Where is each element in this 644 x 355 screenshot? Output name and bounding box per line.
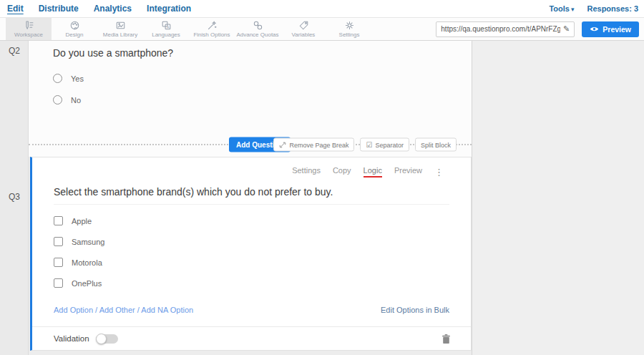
option-label: Samsung — [72, 238, 104, 246]
option-label: Motorola — [72, 258, 102, 267]
checkbox-option-samsung[interactable]: Samsung — [54, 237, 471, 246]
toolbar-item-languages[interactable]: A Languages — [143, 18, 189, 40]
nav-item-analytics[interactable]: Analytics — [93, 2, 132, 15]
question-card-q2[interactable]: Do you use a smartphone? Yes No — [29, 41, 472, 144]
remove-page-break-button[interactable]: Remove Page Break — [273, 138, 354, 152]
survey-url-box: ✎ — [436, 21, 575, 37]
validation-toggle[interactable] — [97, 334, 118, 344]
responses-count-link[interactable]: Responses: 3 — [587, 4, 638, 13]
toolbar-item-label: Media Library — [103, 31, 137, 38]
toolbar-item-finish-options[interactable]: Finish Options — [189, 18, 235, 40]
nav-item-integration[interactable]: Integration — [146, 2, 192, 15]
edit-toolbar: Workspace Design Media Library A Languag… — [0, 18, 644, 41]
insert-question-bar: Add Question Remove Page Break ☑ Separat… — [29, 144, 472, 145]
checkbox-icon[interactable] — [54, 258, 63, 267]
action-copy[interactable]: Copy — [333, 166, 351, 175]
toggle-knob[interactable] — [96, 334, 107, 344]
pencil-icon[interactable]: ✎ — [563, 24, 570, 34]
question-number-gutter: Q2 Q3 — [0, 41, 29, 355]
trash-icon[interactable] — [441, 334, 451, 344]
question-footer: Validation — [32, 326, 471, 350]
checkbox-icon[interactable] — [54, 216, 63, 225]
caret-down-icon: ▾ — [571, 6, 575, 13]
image-icon — [115, 20, 126, 31]
action-preview[interactable]: Preview — [394, 166, 422, 175]
add-option-links: Add Option / Add Other / Add NA Option — [54, 306, 193, 314]
radio-option-no[interactable]: No — [53, 95, 457, 104]
edit-options-in-bulk-link[interactable]: Edit Options in Bulk — [381, 306, 449, 314]
questions-column: Do you use a smartphone? Yes No Add Ques… — [29, 41, 472, 355]
question-actions-row: Settings Copy Logic Preview ⋮ — [32, 166, 444, 178]
toolbar-item-workspace[interactable]: Workspace — [6, 18, 52, 40]
nav-item-edit[interactable]: Edit — [6, 2, 24, 15]
workspace-main: Q2 Q3 Do you use a smartphone? Yes No Ad… — [0, 41, 644, 355]
svg-text:A: A — [167, 25, 170, 29]
toolbar-item-label: Workspace — [14, 31, 43, 38]
checkbox-option-oneplus[interactable]: OnePlus — [54, 278, 471, 288]
question-number-q2: Q2 — [9, 46, 20, 56]
checkbox-option-apple[interactable]: Apple — [54, 216, 471, 225]
add-other-link[interactable]: Add Other — [99, 306, 135, 314]
add-na-option-link[interactable]: Add NA Option — [141, 306, 193, 314]
toolbar-item-label: Design — [66, 31, 84, 38]
question-card-q3-selected: Settings Copy Logic Preview ⋮ Select the… — [30, 157, 472, 351]
checkbox-icon[interactable] — [54, 278, 63, 288]
option-label: No — [71, 96, 81, 104]
add-option-link[interactable]: Add Option — [54, 306, 93, 314]
preview-button-label: Preview — [602, 25, 631, 34]
radio-option-yes[interactable]: Yes — [53, 74, 457, 83]
gear-icon — [344, 20, 355, 31]
checked-box-icon: ☑ — [366, 141, 372, 149]
remove-page-break-label: Remove Page Break — [289, 141, 348, 148]
checkbox-option-motorola[interactable]: Motorola — [54, 258, 471, 267]
toolbar-item-label: Advance Quotas — [236, 31, 278, 38]
validation-label: Validation — [54, 334, 89, 343]
action-settings[interactable]: Settings — [292, 166, 321, 175]
workspace-icon — [24, 20, 34, 31]
question-number-q3: Q3 — [9, 192, 20, 202]
toolbar-item-design[interactable]: Design — [52, 18, 97, 40]
checkbox-icon[interactable] — [54, 237, 63, 246]
toolbar-item-label: Finish Options — [193, 31, 230, 38]
nav-item-distribute[interactable]: Distribute — [38, 2, 79, 15]
split-block-label: Split Block — [421, 141, 451, 148]
toolbar-item-advance-quotas[interactable]: Advance Quotas — [235, 18, 280, 40]
question-text-q2: Do you use a smartphone? — [53, 47, 457, 59]
tools-menu[interactable]: Tools▾ — [549, 4, 574, 13]
option-label: Apple — [72, 217, 92, 225]
palette-icon — [69, 20, 80, 31]
right-background-area — [472, 41, 644, 355]
eye-icon — [590, 26, 599, 32]
toolbar-item-label: Settings — [339, 31, 360, 38]
separator-label: Separator — [375, 141, 404, 148]
checkbox-options-list: Apple Samsung Motorola OnePlus — [54, 216, 471, 299]
option-label: OnePlus — [72, 279, 102, 288]
toolbar-item-label: Variables — [292, 31, 316, 38]
option-links-row: Add Option / Add Other / Add NA Option E… — [54, 306, 449, 314]
radio-button-icon[interactable] — [53, 95, 62, 104]
translate-icon: A — [161, 20, 172, 31]
radio-button-icon[interactable] — [53, 74, 62, 83]
toolbar-item-label: Languages — [152, 31, 180, 38]
option-label: Yes — [71, 74, 84, 83]
action-logic-active[interactable]: Logic — [364, 166, 382, 178]
magic-wand-icon — [207, 20, 218, 31]
broken-link-icon — [279, 141, 286, 148]
more-options-icon[interactable]: ⋮ — [434, 167, 444, 177]
toolbar-item-media-library[interactable]: Media Library — [97, 18, 143, 40]
tag-icon — [298, 20, 309, 31]
split-block-button[interactable]: Split Block — [415, 138, 457, 152]
survey-url-input[interactable] — [441, 25, 560, 33]
question-text-q3[interactable]: Select the smartphone brand(s) which you… — [54, 186, 449, 205]
page-break-controls: Remove Page Break ☑ Separator Split Bloc… — [273, 138, 457, 152]
chain-links-icon — [253, 20, 263, 31]
preview-button[interactable]: Preview — [582, 21, 639, 37]
toolbar-item-variables[interactable]: Variables — [280, 18, 326, 40]
toolbar-item-settings[interactable]: Settings — [326, 18, 372, 40]
separator-button[interactable]: ☑ Separator — [360, 138, 409, 152]
top-nav-bar: Edit Distribute Analytics Integration To… — [0, 0, 644, 18]
